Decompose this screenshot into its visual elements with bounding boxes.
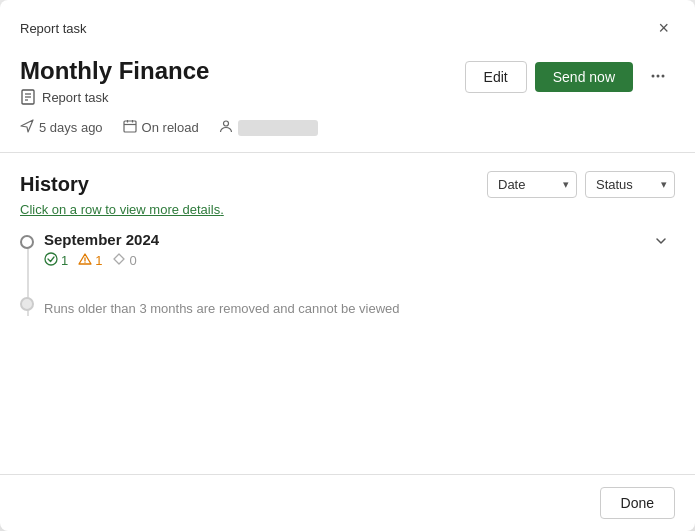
content-header: Monthly Finance Report task Edit Send no… [0,51,695,119]
filter-row: Date Status [487,171,675,198]
success-icon [44,252,58,269]
history-title: History [20,173,89,196]
click-hint-link[interactable]: Click on a row to view more details [20,202,220,217]
person-icon [219,119,233,136]
svg-point-11 [223,121,228,126]
run-stats: 1 1 [44,252,159,269]
time-ago-text: 5 days ago [39,120,103,135]
neutral-icon [112,252,126,269]
edit-button[interactable]: Edit [465,61,527,93]
timeline-item-sep2024[interactable]: September 2024 1 [44,231,675,269]
report-task-icon [20,89,36,105]
title-section: Monthly Finance Report task [20,57,209,105]
timeline: September 2024 1 [20,231,675,316]
old-runs-item: Runs older than 3 months are removed and… [44,293,675,316]
click-hint: Click on a row to view more details. [20,202,675,217]
date-filter-wrapper: Date [487,171,577,198]
more-options-button[interactable] [641,63,675,92]
svg-point-6 [662,74,665,77]
expand-run-button[interactable] [647,231,675,255]
history-section: History Date Status Click on a row to vi… [0,153,695,474]
avatar-placeholder [238,120,318,136]
svg-point-15 [85,262,86,263]
timeline-dot-inactive [20,297,34,311]
timeline-content: September 2024 1 [44,231,675,269]
action-buttons: Edit Send now [465,61,675,93]
svg-point-4 [652,74,655,77]
warning-icon [78,252,92,269]
svg-point-5 [657,74,660,77]
run-info: September 2024 1 [44,231,159,269]
click-hint-period: . [220,202,224,217]
report-task-modal: Report task × Monthly Finance Report tas… [0,0,695,531]
svg-rect-7 [124,121,136,132]
reload-text: On reload [142,120,199,135]
send-now-button[interactable]: Send now [535,62,633,92]
meta-row: 5 days ago On reload [0,119,695,152]
status-filter-wrapper: Status [585,171,675,198]
stat-success: 1 [44,252,68,269]
modal-footer: Done [0,474,695,531]
run-month: September 2024 [44,231,159,248]
subtitle-row: Report task [20,89,209,105]
page-title: Monthly Finance [20,57,209,85]
old-runs-note: Runs older than 3 months are removed and… [44,293,675,316]
status-filter[interactable]: Status [585,171,675,198]
subtitle-text: Report task [42,90,108,105]
stat-warning: 1 [78,252,102,269]
time-ago-item: 5 days ago [20,119,103,136]
modal-title: Report task [20,21,86,36]
modal-header: Report task × [0,0,695,51]
date-filter[interactable]: Date [487,171,577,198]
reload-item: On reload [123,119,199,136]
send-icon [20,119,34,136]
done-button[interactable]: Done [600,487,675,519]
success-count: 1 [61,253,68,268]
warning-count: 1 [95,253,102,268]
calendar-icon [123,119,137,136]
person-item [219,119,318,136]
stat-neutral: 0 [112,252,136,269]
history-header: History Date Status [20,171,675,198]
svg-point-12 [45,253,57,265]
close-button[interactable]: × [652,16,675,41]
neutral-count: 0 [129,253,136,268]
timeline-dot [20,235,34,249]
